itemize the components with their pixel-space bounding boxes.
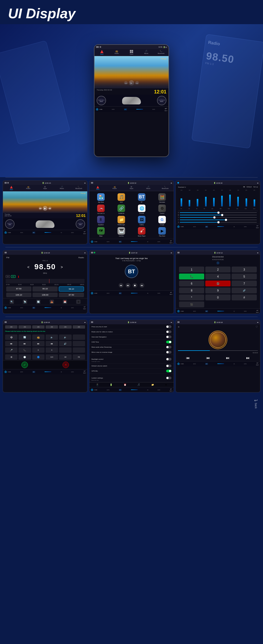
eq-ac[interactable]: A/C xyxy=(205,226,208,228)
sw-settings-icon[interactable]: ⚙ xyxy=(5,354,17,360)
sw-fm-btn[interactable]: FM xyxy=(73,354,85,360)
sw-clock-icon[interactable]: 🕐 xyxy=(19,354,31,360)
home-next-btn[interactable]: ▶▶ xyxy=(48,207,52,210)
settings-slider[interactable] xyxy=(131,390,138,390)
sw-vol-up-icon[interactable]: 🔉 xyxy=(59,334,71,340)
app-carlink[interactable]: 🚗 Car Link 2.0 xyxy=(92,205,110,214)
home-ac[interactable]: A/C xyxy=(32,232,35,234)
radio-save-icon[interactable]: 📥 xyxy=(50,300,54,304)
sw-aux-btn[interactable]: AUX xyxy=(46,354,58,360)
settings-icon-3[interactable]: ⏰ xyxy=(124,384,126,386)
home-play-btn[interactable]: ▶ xyxy=(43,206,48,211)
app-mockey[interactable]: 🎹 mocKey xyxy=(112,227,131,237)
key-call[interactable]: 📞 xyxy=(179,274,204,279)
bt-slider[interactable] xyxy=(131,293,138,293)
sw-vol-down-icon[interactable]: 🔈 xyxy=(46,334,58,340)
bt-playpause-btn[interactable]: ⏭ xyxy=(126,283,130,288)
radio-home-btn[interactable]: HOME xyxy=(4,306,11,309)
app-appstore[interactable]: 🏪 App Store xyxy=(92,193,110,203)
preset-1[interactable]: 87.50 xyxy=(6,286,31,292)
footer-back-btn[interactable]: ↩ back xyxy=(254,398,258,409)
key-9[interactable]: 9 xyxy=(205,288,231,293)
settings-toggle-7[interactable] xyxy=(166,358,171,361)
preset-2[interactable]: 90.10 xyxy=(32,286,58,292)
key-extra[interactable]: ⬛ xyxy=(179,301,204,307)
home-ac-slider[interactable] xyxy=(45,232,51,233)
preset-3[interactable]: 98.10 xyxy=(59,286,84,292)
settings-toggle-6[interactable] xyxy=(166,351,171,354)
radio-slider[interactable] xyxy=(45,307,51,308)
key-4[interactable]: 4 xyxy=(205,274,231,279)
sw-skip-bk[interactable]: ⏮ xyxy=(46,341,58,346)
sw-confirm-btn[interactable]: ✓ xyxy=(21,362,28,368)
app-aux[interactable]: 🎵 AUX xyxy=(112,193,131,203)
settings-icon-6[interactable]: ⚙ xyxy=(165,384,167,386)
app-calculator[interactable]: 🧮 Calculator xyxy=(153,193,171,203)
hero-nav-music[interactable]: 🎵 Music xyxy=(139,49,154,56)
settings-icon-5[interactable]: 📁 xyxy=(151,384,154,386)
next-btn[interactable]: ▶▶ xyxy=(135,81,139,85)
key-6[interactable]: 6 xyxy=(179,281,204,286)
app-equalizer[interactable]: 🎚 Equalizer xyxy=(92,216,110,225)
radio-back-btn[interactable]: ↩ BACK xyxy=(83,306,86,310)
apps-nav-navi[interactable]: Navi xyxy=(89,185,106,191)
music-menu-icon[interactable]: ≡ xyxy=(178,325,180,328)
radio-settings-icon[interactable]: ⚙ xyxy=(76,300,81,304)
app-google[interactable]: G Google xyxy=(153,216,171,225)
app-carbitlink[interactable]: 🔗 CarbitLink xyxy=(112,205,131,214)
settings-toggle-10[interactable] xyxy=(166,377,171,379)
sw-color-4[interactable]: 255 xyxy=(46,325,58,329)
music-back-btn[interactable]: ↩ BACK xyxy=(256,362,259,366)
settings-toggle-4[interactable] xyxy=(166,341,171,343)
key-3[interactable]: 3 xyxy=(232,267,257,272)
sw-call-icon[interactable]: 📞 xyxy=(19,347,31,353)
phone-home-btn[interactable]: HOME xyxy=(177,310,184,313)
settings-toggle-9[interactable] xyxy=(166,370,171,372)
eq-track-s[interactable] xyxy=(180,222,257,223)
apps-nav-music[interactable]: 🎵Music xyxy=(140,185,157,191)
radio-search-icon[interactable]: 🔍 xyxy=(10,300,14,304)
hero-nav-navi[interactable]: Navi xyxy=(94,49,109,56)
apps-nav-radio[interactable]: 📻Radio xyxy=(106,185,123,191)
music-slider[interactable] xyxy=(217,363,224,364)
sw-home-btn[interactable]: HOME xyxy=(4,370,11,373)
settings-ac[interactable]: A/C xyxy=(119,389,122,391)
settings-toggle-8[interactable] xyxy=(166,365,171,367)
eq-track-b[interactable] xyxy=(180,215,257,215)
app-control[interactable]: ⚙ Control xyxy=(153,205,171,214)
app-bt[interactable]: BT BT xyxy=(132,193,151,203)
settings-toggle-2[interactable] xyxy=(166,330,171,333)
sw-slider[interactable] xyxy=(45,372,51,372)
settings-back-btn[interactable]: ↩ BACK xyxy=(170,388,173,392)
hero-nav-apps[interactable]: Apps xyxy=(124,49,139,56)
phone-slider[interactable] xyxy=(217,311,224,311)
prev-btn[interactable]: ◀◀ xyxy=(124,81,128,85)
key-7[interactable]: 7 xyxy=(232,281,257,286)
app-gallery[interactable]: 🖼 Gallery xyxy=(132,216,151,225)
home-prev-btn[interactable]: ◀◀ xyxy=(39,207,42,210)
bt-home-btn[interactable]: HOME xyxy=(90,292,97,295)
apps-home-btn[interactable]: HOME xyxy=(90,240,97,243)
key-0[interactable]: 0 xyxy=(205,294,231,300)
key-star[interactable]: * xyxy=(179,294,204,300)
music-fav-icon[interactable]: ♡ xyxy=(255,325,258,328)
key-2[interactable]: 2 xyxy=(205,267,231,272)
sw-k1-icon[interactable]: K xyxy=(32,347,45,353)
radio-dx-btn[interactable]: DX xyxy=(6,275,10,278)
radio-prev-btn[interactable]: < xyxy=(27,265,30,269)
sw-k2-icon[interactable]: K xyxy=(46,347,58,353)
app-filemanager[interactable]: 📁 FileManager xyxy=(112,216,131,225)
music-next-btn[interactable]: ⏭ xyxy=(246,356,250,360)
settings-home-btn[interactable]: HOME xyxy=(90,388,97,391)
eq-back-btn[interactable]: ↩ BACK xyxy=(256,225,259,228)
music-ac[interactable]: A/C xyxy=(205,363,208,365)
sw-color-1[interactable]: 255 xyxy=(5,325,17,329)
back-arrow-icon[interactable]: ↩ xyxy=(165,107,167,110)
home-back-btn[interactable]: ↩ BACK xyxy=(83,231,86,234)
radio-next-btn[interactable]: > xyxy=(61,265,63,269)
key-link[interactable]: 🔗 xyxy=(232,288,257,293)
apps-nav-bt[interactable]: 📞Bluetooth xyxy=(157,185,174,191)
eq-slider-bottom[interactable] xyxy=(217,226,224,227)
sw-cancel-btn[interactable]: ✕ xyxy=(63,362,69,368)
eq-track-f[interactable] xyxy=(180,220,257,220)
